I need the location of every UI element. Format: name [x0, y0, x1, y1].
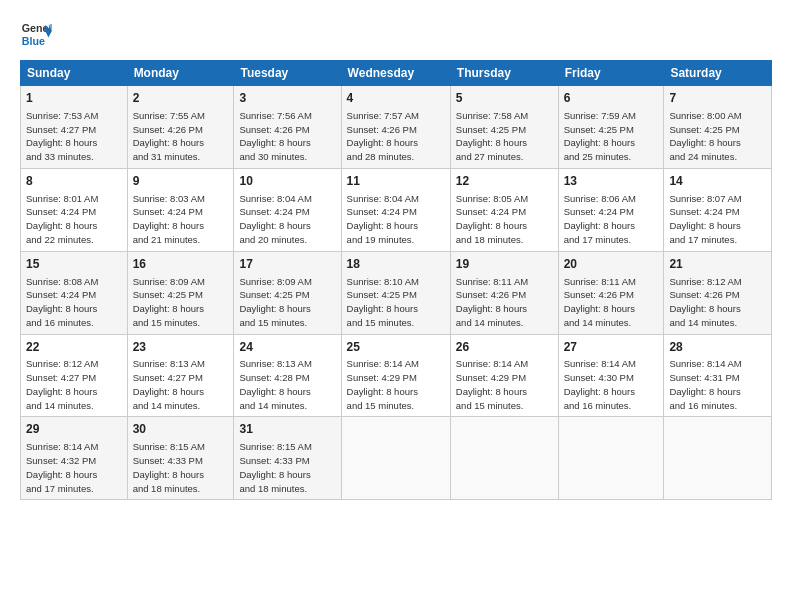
calendar-cell — [341, 417, 450, 500]
day-number: 12 — [456, 173, 553, 190]
day-number: 24 — [239, 339, 335, 356]
day-detail: Sunrise: 8:09 AMSunset: 4:25 PMDaylight:… — [239, 275, 335, 330]
day-number: 14 — [669, 173, 766, 190]
calendar-cell: 13Sunrise: 8:06 AMSunset: 4:24 PMDayligh… — [558, 168, 664, 251]
calendar-cell: 22Sunrise: 8:12 AMSunset: 4:27 PMDayligh… — [21, 334, 128, 417]
day-detail: Sunrise: 8:14 AMSunset: 4:31 PMDaylight:… — [669, 357, 766, 412]
day-detail: Sunrise: 8:08 AMSunset: 4:24 PMDaylight:… — [26, 275, 122, 330]
calendar-cell: 11Sunrise: 8:04 AMSunset: 4:24 PMDayligh… — [341, 168, 450, 251]
day-number: 4 — [347, 90, 445, 107]
logo-icon: General Blue — [20, 18, 52, 50]
calendar-week-5: 29Sunrise: 8:14 AMSunset: 4:32 PMDayligh… — [21, 417, 772, 500]
day-number: 15 — [26, 256, 122, 273]
day-detail: Sunrise: 8:05 AMSunset: 4:24 PMDaylight:… — [456, 192, 553, 247]
day-number: 21 — [669, 256, 766, 273]
weekday-header-row: SundayMondayTuesdayWednesdayThursdayFrid… — [21, 61, 772, 86]
day-number: 16 — [133, 256, 229, 273]
day-detail: Sunrise: 8:14 AMSunset: 4:30 PMDaylight:… — [564, 357, 659, 412]
page: General Blue SundayMondayTuesdayWednesda… — [0, 0, 792, 510]
day-number: 17 — [239, 256, 335, 273]
day-number: 22 — [26, 339, 122, 356]
day-number: 10 — [239, 173, 335, 190]
calendar-cell: 4Sunrise: 7:57 AMSunset: 4:26 PMDaylight… — [341, 86, 450, 169]
calendar-cell: 8Sunrise: 8:01 AMSunset: 4:24 PMDaylight… — [21, 168, 128, 251]
calendar-cell: 30Sunrise: 8:15 AMSunset: 4:33 PMDayligh… — [127, 417, 234, 500]
weekday-header-thursday: Thursday — [450, 61, 558, 86]
day-detail: Sunrise: 8:04 AMSunset: 4:24 PMDaylight:… — [347, 192, 445, 247]
weekday-header-wednesday: Wednesday — [341, 61, 450, 86]
calendar-cell: 10Sunrise: 8:04 AMSunset: 4:24 PMDayligh… — [234, 168, 341, 251]
day-detail: Sunrise: 8:12 AMSunset: 4:26 PMDaylight:… — [669, 275, 766, 330]
logo: General Blue — [20, 18, 58, 50]
weekday-header-friday: Friday — [558, 61, 664, 86]
day-number: 19 — [456, 256, 553, 273]
day-number: 13 — [564, 173, 659, 190]
day-number: 1 — [26, 90, 122, 107]
day-number: 27 — [564, 339, 659, 356]
weekday-header-saturday: Saturday — [664, 61, 772, 86]
day-detail: Sunrise: 8:14 AMSunset: 4:29 PMDaylight:… — [347, 357, 445, 412]
day-detail: Sunrise: 8:09 AMSunset: 4:25 PMDaylight:… — [133, 275, 229, 330]
calendar-week-1: 1Sunrise: 7:53 AMSunset: 4:27 PMDaylight… — [21, 86, 772, 169]
day-detail: Sunrise: 8:14 AMSunset: 4:32 PMDaylight:… — [26, 440, 122, 495]
calendar-cell: 31Sunrise: 8:15 AMSunset: 4:33 PMDayligh… — [234, 417, 341, 500]
day-number: 30 — [133, 421, 229, 438]
calendar-cell: 27Sunrise: 8:14 AMSunset: 4:30 PMDayligh… — [558, 334, 664, 417]
day-detail: Sunrise: 8:13 AMSunset: 4:28 PMDaylight:… — [239, 357, 335, 412]
calendar-cell: 16Sunrise: 8:09 AMSunset: 4:25 PMDayligh… — [127, 251, 234, 334]
day-number: 26 — [456, 339, 553, 356]
day-number: 8 — [26, 173, 122, 190]
calendar-table: SundayMondayTuesdayWednesdayThursdayFrid… — [20, 60, 772, 500]
calendar-cell: 5Sunrise: 7:58 AMSunset: 4:25 PMDaylight… — [450, 86, 558, 169]
calendar-cell: 21Sunrise: 8:12 AMSunset: 4:26 PMDayligh… — [664, 251, 772, 334]
day-number: 20 — [564, 256, 659, 273]
day-detail: Sunrise: 7:56 AMSunset: 4:26 PMDaylight:… — [239, 109, 335, 164]
day-number: 9 — [133, 173, 229, 190]
day-detail: Sunrise: 8:12 AMSunset: 4:27 PMDaylight:… — [26, 357, 122, 412]
day-number: 5 — [456, 90, 553, 107]
calendar-cell: 18Sunrise: 8:10 AMSunset: 4:25 PMDayligh… — [341, 251, 450, 334]
calendar-cell: 15Sunrise: 8:08 AMSunset: 4:24 PMDayligh… — [21, 251, 128, 334]
day-detail: Sunrise: 8:04 AMSunset: 4:24 PMDaylight:… — [239, 192, 335, 247]
day-number: 6 — [564, 90, 659, 107]
calendar-cell: 12Sunrise: 8:05 AMSunset: 4:24 PMDayligh… — [450, 168, 558, 251]
calendar-cell: 7Sunrise: 8:00 AMSunset: 4:25 PMDaylight… — [664, 86, 772, 169]
day-detail: Sunrise: 8:15 AMSunset: 4:33 PMDaylight:… — [239, 440, 335, 495]
day-detail: Sunrise: 7:53 AMSunset: 4:27 PMDaylight:… — [26, 109, 122, 164]
day-detail: Sunrise: 8:11 AMSunset: 4:26 PMDaylight:… — [456, 275, 553, 330]
day-detail: Sunrise: 7:57 AMSunset: 4:26 PMDaylight:… — [347, 109, 445, 164]
day-detail: Sunrise: 8:10 AMSunset: 4:25 PMDaylight:… — [347, 275, 445, 330]
day-detail: Sunrise: 7:55 AMSunset: 4:26 PMDaylight:… — [133, 109, 229, 164]
calendar-cell: 3Sunrise: 7:56 AMSunset: 4:26 PMDaylight… — [234, 86, 341, 169]
calendar-week-3: 15Sunrise: 8:08 AMSunset: 4:24 PMDayligh… — [21, 251, 772, 334]
svg-text:Blue: Blue — [22, 35, 45, 47]
day-number: 2 — [133, 90, 229, 107]
day-detail: Sunrise: 8:00 AMSunset: 4:25 PMDaylight:… — [669, 109, 766, 164]
calendar-cell: 19Sunrise: 8:11 AMSunset: 4:26 PMDayligh… — [450, 251, 558, 334]
weekday-header-monday: Monday — [127, 61, 234, 86]
day-detail: Sunrise: 8:11 AMSunset: 4:26 PMDaylight:… — [564, 275, 659, 330]
weekday-header-tuesday: Tuesday — [234, 61, 341, 86]
calendar-week-2: 8Sunrise: 8:01 AMSunset: 4:24 PMDaylight… — [21, 168, 772, 251]
calendar-cell: 24Sunrise: 8:13 AMSunset: 4:28 PMDayligh… — [234, 334, 341, 417]
day-number: 29 — [26, 421, 122, 438]
day-number: 25 — [347, 339, 445, 356]
day-number: 28 — [669, 339, 766, 356]
calendar-week-4: 22Sunrise: 8:12 AMSunset: 4:27 PMDayligh… — [21, 334, 772, 417]
day-detail: Sunrise: 7:58 AMSunset: 4:25 PMDaylight:… — [456, 109, 553, 164]
day-number: 31 — [239, 421, 335, 438]
day-number: 7 — [669, 90, 766, 107]
day-detail: Sunrise: 8:03 AMSunset: 4:24 PMDaylight:… — [133, 192, 229, 247]
calendar-cell: 20Sunrise: 8:11 AMSunset: 4:26 PMDayligh… — [558, 251, 664, 334]
day-number: 11 — [347, 173, 445, 190]
calendar-cell — [664, 417, 772, 500]
calendar-cell: 23Sunrise: 8:13 AMSunset: 4:27 PMDayligh… — [127, 334, 234, 417]
calendar-cell: 28Sunrise: 8:14 AMSunset: 4:31 PMDayligh… — [664, 334, 772, 417]
calendar-cell: 2Sunrise: 7:55 AMSunset: 4:26 PMDaylight… — [127, 86, 234, 169]
day-detail: Sunrise: 8:14 AMSunset: 4:29 PMDaylight:… — [456, 357, 553, 412]
weekday-header-sunday: Sunday — [21, 61, 128, 86]
calendar-cell: 9Sunrise: 8:03 AMSunset: 4:24 PMDaylight… — [127, 168, 234, 251]
calendar-cell — [450, 417, 558, 500]
calendar-cell: 25Sunrise: 8:14 AMSunset: 4:29 PMDayligh… — [341, 334, 450, 417]
day-detail: Sunrise: 8:06 AMSunset: 4:24 PMDaylight:… — [564, 192, 659, 247]
